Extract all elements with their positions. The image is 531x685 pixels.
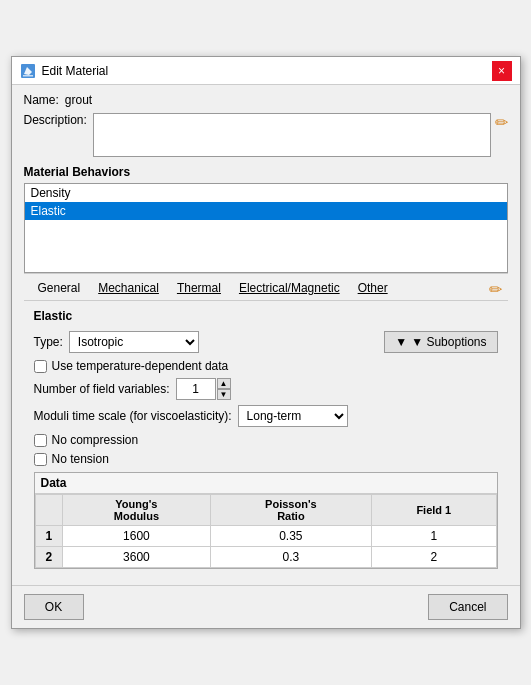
data-section: Data Young'sModulus Poisson'sRatio Field… [34, 472, 498, 569]
moduli-select[interactable]: Long-term Instantaneous [238, 405, 348, 427]
row-1-youngs[interactable]: 1600 [63, 526, 210, 547]
num-vars-input[interactable] [176, 378, 216, 400]
poissons-ratio-header: Poisson'sRatio [210, 495, 372, 526]
dialog-body: Name: grout Description: ✏ Material Beha… [12, 85, 520, 585]
suboptions-label: ▼ Suboptions [411, 335, 486, 349]
dialog-footer: OK Cancel [12, 585, 520, 628]
num-vars-row: Number of field variables: ▲ ▼ [34, 378, 498, 400]
tab-thermal[interactable]: Thermal [169, 278, 229, 300]
num-vars-up-button[interactable]: ▲ [217, 378, 231, 389]
no-compression-checkbox[interactable] [34, 434, 47, 447]
no-compression-row: No compression [34, 433, 498, 447]
edit-material-dialog: Edit Material × Name: grout Description:… [11, 56, 521, 629]
description-pencil-icon[interactable]: ✏ [495, 113, 508, 132]
row-1-poissons[interactable]: 0.35 [210, 526, 372, 547]
table-row: 2 3600 0.3 2 [35, 547, 496, 568]
use-temp-dependent-checkbox[interactable] [34, 360, 47, 373]
row-2-poissons[interactable]: 0.3 [210, 547, 372, 568]
no-tension-row: No tension [34, 452, 498, 466]
tabs-bar: General Mechanical Thermal Electrical/Ma… [24, 273, 508, 301]
field1-header: Field 1 [372, 495, 496, 526]
type-label: Type: [34, 335, 63, 349]
type-row: Type: Isotropic Orthotropic Anisotropic … [34, 331, 498, 353]
use-temp-dependent-row: Use temperature-dependent data [34, 359, 498, 373]
name-value: grout [65, 93, 92, 107]
no-tension-label[interactable]: No tension [52, 452, 109, 466]
tab-other[interactable]: Other [350, 278, 396, 300]
row-2-field1[interactable]: 2 [372, 547, 496, 568]
no-compression-label[interactable]: No compression [52, 433, 139, 447]
description-input[interactable] [93, 113, 491, 157]
tabs-pencil-icon[interactable]: ✏ [489, 280, 502, 299]
ok-button[interactable]: OK [24, 594, 84, 620]
row-2-youngs[interactable]: 3600 [63, 547, 210, 568]
num-vars-down-button[interactable]: ▼ [217, 389, 231, 400]
type-select[interactable]: Isotropic Orthotropic Anisotropic [69, 331, 199, 353]
table-row: 1 1600 0.35 1 [35, 526, 496, 547]
row-num-header [35, 495, 63, 526]
num-vars-label: Number of field variables: [34, 382, 170, 396]
behaviors-list: Density Elastic [24, 183, 508, 273]
close-button[interactable]: × [492, 61, 512, 81]
tab-general[interactable]: General [30, 278, 89, 300]
behavior-elastic[interactable]: Elastic [25, 202, 507, 220]
pencil-title-icon [20, 63, 36, 79]
suboptions-arrow-icon: ▼ [395, 335, 407, 349]
tab-mechanical[interactable]: Mechanical [90, 278, 167, 300]
moduli-row: Moduli time scale (for viscoelasticity):… [34, 405, 498, 427]
description-label: Description: [24, 113, 87, 127]
tab-electrical-magnetic[interactable]: Electrical/Magnetic [231, 278, 348, 300]
data-section-title: Data [35, 473, 497, 494]
behavior-density[interactable]: Density [25, 184, 507, 202]
suboptions-button[interactable]: ▼ ▼ Suboptions [384, 331, 497, 353]
youngs-modulus-header: Young'sModulus [63, 495, 210, 526]
material-behaviors-title: Material Behaviors [24, 165, 508, 179]
row-1-field1[interactable]: 1 [372, 526, 496, 547]
title-bar-left: Edit Material [20, 63, 109, 79]
data-table: Young'sModulus Poisson'sRatio Field 1 1 … [35, 494, 497, 568]
elastic-title: Elastic [34, 309, 498, 323]
moduli-label: Moduli time scale (for viscoelasticity): [34, 409, 232, 423]
row-2-num: 2 [35, 547, 63, 568]
name-label: Name: [24, 93, 59, 107]
elastic-section: Elastic Type: Isotropic Orthotropic Anis… [24, 301, 508, 577]
dialog-title: Edit Material [42, 64, 109, 78]
use-temp-dependent-label[interactable]: Use temperature-dependent data [52, 359, 229, 373]
description-row: Description: ✏ [24, 113, 508, 157]
name-row: Name: grout [24, 93, 508, 107]
cancel-button[interactable]: Cancel [428, 594, 507, 620]
svg-rect-1 [23, 75, 33, 77]
row-1-num: 1 [35, 526, 63, 547]
no-tension-checkbox[interactable] [34, 453, 47, 466]
title-bar: Edit Material × [12, 57, 520, 85]
